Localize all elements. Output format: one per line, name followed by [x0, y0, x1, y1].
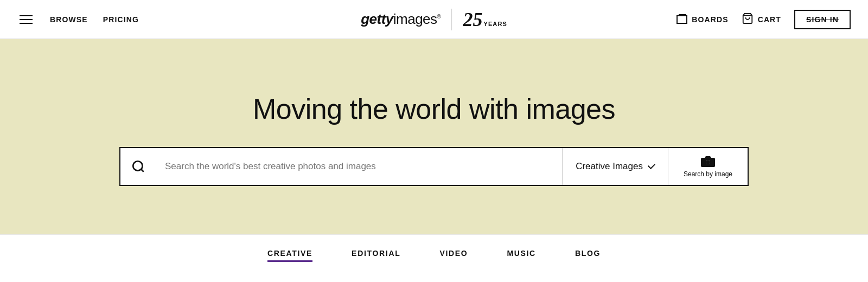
svg-point-4: [706, 160, 710, 164]
cart-label: CART: [758, 15, 781, 24]
header-center-logo: gettyimages® 25 YEARS: [361, 8, 507, 31]
anniversary-label: YEARS: [483, 21, 507, 27]
hero-title: Moving the world with images: [253, 93, 615, 125]
logo-regular: images: [393, 11, 437, 27]
svg-point-1: [133, 161, 142, 170]
cart-icon: [742, 12, 754, 26]
tab-blog[interactable]: BLOG: [575, 249, 601, 260]
anniversary-badge: 25 YEARS: [463, 8, 507, 31]
header-left: BROWSE PRICING: [17, 13, 139, 26]
search-icon-wrap: [120, 159, 156, 174]
tab-editorial[interactable]: EDITORIAL: [352, 249, 400, 260]
logo-sup: ®: [437, 14, 441, 20]
logo[interactable]: gettyimages®: [361, 11, 441, 28]
tab-video[interactable]: VIDEO: [439, 249, 468, 260]
header: BROWSE PRICING gettyimages® 25 YEARS BOA…: [0, 0, 868, 39]
anniversary-number: 25: [463, 8, 482, 31]
logo-divider: [451, 9, 452, 30]
search-type-label: Creative Images: [576, 161, 643, 172]
camera-icon: [700, 155, 716, 168]
boards-button[interactable]: BOARDS: [676, 15, 728, 24]
boards-icon: [676, 15, 687, 24]
search-by-image-label: Search by image: [684, 170, 732, 178]
search-type-selector[interactable]: Creative Images: [562, 148, 668, 185]
tab-creative[interactable]: CREATIVE: [267, 249, 312, 260]
svg-line-2: [141, 169, 144, 172]
tab-music[interactable]: MUSIC: [507, 249, 536, 260]
chevron-down-icon: [648, 162, 655, 169]
hamburger-menu-icon[interactable]: [17, 13, 35, 26]
search-by-image-button[interactable]: Search by image: [668, 148, 748, 185]
boards-label: BOARDS: [692, 15, 728, 24]
hero-section: Moving the world with images Creative Im…: [0, 39, 868, 234]
logo-italic: getty: [361, 11, 393, 27]
pricing-nav-link[interactable]: PRICING: [103, 15, 139, 24]
cart-button[interactable]: CART: [742, 12, 781, 26]
search-input[interactable]: [156, 148, 562, 185]
signin-button[interactable]: SIGN IN: [794, 10, 851, 29]
search-bar: Creative Images Search by image: [119, 147, 749, 186]
search-icon: [131, 159, 145, 174]
header-right: BOARDS CART SIGN IN: [676, 10, 851, 29]
nav-tabs: CREATIVEEDITORIALVIDEOMUSICBLOG: [0, 234, 868, 273]
browse-nav-link[interactable]: BROWSE: [50, 15, 88, 24]
